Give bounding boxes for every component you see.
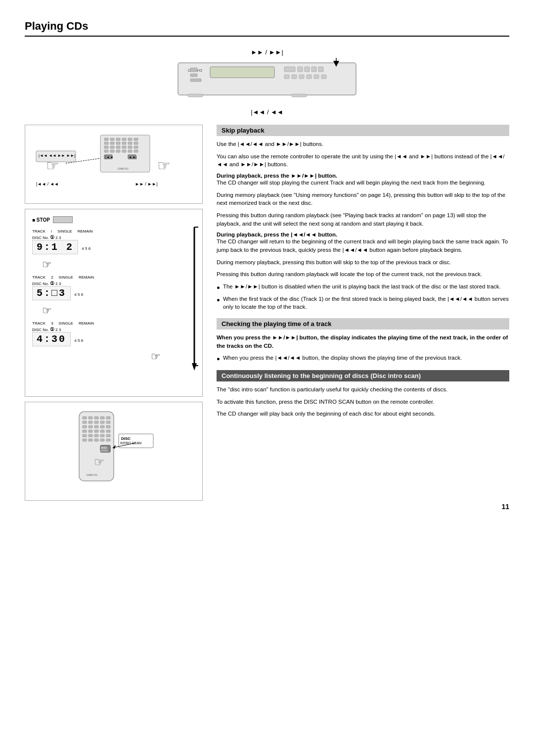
stop-button-visual: [53, 216, 73, 223]
svg-marker-60: [192, 363, 197, 371]
svg-rect-32: [134, 142, 138, 144]
svg-text:☞: ☞: [157, 157, 171, 174]
svg-rect-40: [110, 150, 114, 152]
skip-bullet1-text: The ►►/►►| button is disabled when the u…: [223, 283, 501, 292]
track-label-2: TRACK: [32, 275, 45, 280]
disc-row-2-3: 4 5 6: [74, 338, 83, 343]
skip-bold1: During playback, press the ►►/►►| button…: [217, 173, 509, 179]
svg-rect-26: [134, 138, 138, 141]
display-value-2: 5:□3: [32, 286, 71, 300]
skip-para7: During memory playback, pressing this bu…: [217, 258, 509, 267]
skip-bullet1: ● The ►►/►►| button is disabled when the…: [217, 283, 509, 292]
svg-rect-2: [190, 68, 197, 72]
svg-rect-75: [100, 425, 104, 428]
skip-para3: The CD changer will stop playing the cur…: [217, 179, 509, 187]
skip-bold2: During playback, press the |◄◄/◄◄ button…: [217, 232, 509, 237]
disc-intro-para3: The CD changer will play back only the b…: [217, 410, 509, 418]
display-row-3: TRACK 3 SINGLE REMAIN DISC No. ① 2 3 4:3…: [32, 321, 195, 346]
svg-rect-38: [134, 146, 138, 148]
svg-rect-42: [122, 150, 126, 152]
svg-rect-64: [94, 417, 98, 419]
skip-playback-diagram: ►►| |◄◄ ONKYO ☞ ☞ |◄◄ / ◄◄ ►► / ►►|: [25, 125, 203, 204]
skip-para5: Pressing this button during random playb…: [217, 211, 509, 228]
svg-rect-43: [128, 150, 132, 152]
svg-rect-9: [312, 67, 316, 72]
svg-rect-10: [318, 67, 323, 72]
disc-no-label-1: DISC No. ① 2 3: [32, 235, 61, 240]
disc-intro-diagram: ONKYO DISC INTRO DISC INTRO SCAN ☞: [25, 402, 203, 501]
svg-rect-23: [116, 138, 120, 141]
checking-bold-intro: When you press the ►►/►►| button, the di…: [217, 333, 509, 350]
svg-rect-71: [106, 421, 110, 424]
skip-para2: You can also use the remote controller t…: [217, 152, 509, 169]
svg-rect-11: [284, 75, 289, 79]
svg-text:|◄◄  ◄◄   ►► ►►|: |◄◄ ◄◄ ►► ►►|: [39, 153, 75, 158]
svg-rect-72: [83, 425, 87, 428]
page-title-section: Playing CDs: [25, 20, 509, 37]
skip-para4: During memory playback (see "Using memor…: [217, 191, 509, 207]
svg-rect-18: [188, 94, 203, 97]
svg-rect-39: [104, 150, 108, 152]
skip-para8: Pressing this button during random playb…: [217, 270, 509, 279]
skip-bullet2-text: When the first track of the disc (Track …: [223, 295, 509, 311]
svg-text:ONKYO: ONKYO: [118, 167, 129, 170]
svg-rect-19: [292, 94, 307, 97]
svg-rect-91: [106, 439, 110, 441]
checking-bullet1-text: When you press the |◄◄/◄◄ button, the di…: [223, 354, 462, 363]
display-value-3: 4:30: [32, 332, 71, 346]
svg-text:ONKYO: ONKYO: [87, 473, 97, 476]
disc-intro-para1: The "disc intro scan" function is partic…: [217, 385, 509, 394]
svg-rect-13: [299, 75, 304, 79]
svg-text:☞: ☞: [94, 455, 105, 469]
svg-rect-3: [190, 74, 197, 77]
disc-intro-para2: To activate this function, press the DIS…: [217, 398, 509, 406]
svg-rect-84: [94, 434, 98, 437]
remote-svg: ONKYO DISC INTRO DISC INTRO SCAN ☞: [49, 409, 178, 493]
remain-label-3: REMAIN: [79, 321, 94, 326]
svg-rect-22: [110, 138, 114, 141]
svg-rect-86: [106, 434, 110, 437]
svg-text:►► / ►►|: ►► / ►►|: [135, 182, 157, 187]
display-row-1: TRACK / SINGLE REMAIN DISC No. ① 2 3 9:1…: [32, 229, 195, 254]
svg-rect-81: [106, 430, 110, 432]
skip-para1: Use the |◄◄/◄◄ and ►►/►►| buttons.: [217, 140, 509, 148]
stop-section: ■ STOP: [32, 216, 195, 223]
remain-label-1: REMAIN: [78, 229, 93, 234]
svg-rect-66: [106, 417, 110, 419]
disc-intro-header: Continuously listening to the beginning …: [217, 370, 509, 381]
svg-rect-4: [190, 79, 201, 82]
checking-time-header: Checking the playing time of a track: [217, 318, 509, 330]
svg-rect-90: [100, 439, 104, 441]
svg-rect-21: [104, 138, 108, 141]
svg-rect-65: [100, 417, 104, 419]
track-label-3: TRACK: [32, 321, 45, 326]
svg-rect-67: [83, 421, 87, 424]
svg-text:|◄◄ / ◄◄: |◄◄ / ◄◄: [36, 182, 58, 187]
top-device-area: ►► / ►►| ONKYO: [25, 48, 509, 116]
hand-3: ☞: [151, 350, 195, 363]
svg-rect-25: [128, 138, 132, 141]
hand-1: ☞: [42, 258, 195, 271]
track-label-1: TRACK: [32, 229, 45, 234]
svg-rect-12: [292, 75, 297, 79]
skip-para6: The CD changer will return to the beginn…: [217, 237, 509, 254]
single-label-2: SINGLE: [59, 275, 73, 280]
svg-text:►►|: ►►|: [129, 155, 137, 159]
svg-rect-68: [89, 421, 92, 424]
svg-rect-37: [128, 146, 132, 148]
svg-rect-24: [122, 138, 126, 141]
bullet-dot-2: ●: [217, 296, 220, 311]
svg-rect-31: [128, 142, 132, 144]
svg-rect-77: [83, 430, 87, 432]
svg-rect-76: [106, 425, 110, 428]
disc-row-2-1: 4 5 6: [82, 246, 90, 251]
svg-rect-85: [100, 434, 104, 437]
svg-rect-27: [104, 142, 108, 144]
svg-text:INTRO SCAN: INTRO SCAN: [120, 441, 141, 445]
checking-bullet1: ● When you press the |◄◄/◄◄ button, the …: [217, 354, 509, 363]
svg-rect-62: [83, 417, 87, 419]
svg-rect-79: [94, 430, 98, 432]
skip-diagram-svg: ►►| |◄◄ ONKYO ☞ ☞ |◄◄ / ◄◄ ►► / ►►|: [31, 131, 189, 200]
svg-rect-69: [94, 421, 98, 424]
svg-rect-36: [122, 146, 126, 148]
